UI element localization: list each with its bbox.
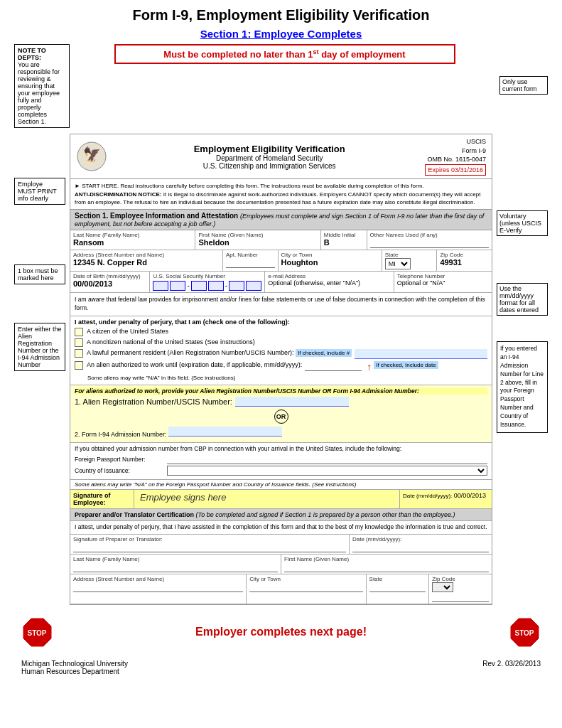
middle-initial-value: B [324, 238, 364, 247]
state-select[interactable]: MI [385, 258, 411, 269]
preparer-date-input[interactable] [352, 542, 489, 552]
svg-text:STOP: STOP [27, 629, 46, 637]
checkbox-alien-auth-row: An alien authorized to work until (expir… [75, 361, 487, 373]
form-header: 🦅 Employment Eligibility Verification De… [70, 134, 492, 179]
one-box-annotation: 1 box must be marked here [14, 264, 65, 284]
alien-number-annotation: Enter either the Alien Registration Numb… [14, 323, 65, 371]
ssn-box-3[interactable] [191, 281, 207, 291]
i94-input[interactable] [168, 427, 282, 437]
federal-law-text: I am aware that federal law provides for… [70, 293, 492, 316]
preparer-state-select[interactable] [432, 582, 453, 592]
uscis-label: USCIS [425, 137, 486, 146]
employee-print-text: Employe MUST PRINT info clearly [18, 181, 57, 202]
footer-university: Michigan Technological University [21, 660, 128, 668]
preparer-name-row: Last Name (Family Name) First Name (Give… [70, 555, 492, 574]
preparer-address-label: Address (Street Number and Name) [73, 576, 243, 582]
section1-title: Section 1. Employee Information and Atte… [75, 212, 238, 220]
preparer-state-input[interactable] [369, 582, 426, 592]
address-label: Address (Street Number and Name) [73, 252, 220, 258]
preparer-sig-cell: Signature of Preparer or Translator: [70, 535, 350, 554]
other-names-cell: Other Names Used (if any) [367, 230, 492, 250]
note-to-depts-text: You are responsible for reviewing & ensu… [18, 61, 60, 125]
anti-disc-label: ANTI-DISCRIMINATION NOTICE: [75, 191, 162, 198]
preparer-sig-input[interactable] [73, 542, 346, 552]
preparer-address-input[interactable] [73, 582, 243, 592]
middle-initial-label: Middle Initial [324, 232, 364, 238]
na-note-text: Some aliens may write "N/A" in this fiel… [87, 375, 190, 381]
preparer-city-label: City or Town [249, 576, 362, 582]
perm-resident-label: A lawful permanent resident (Alien Regis… [87, 349, 294, 356]
page-title: Form I-9, Employment Eligibility Verific… [14, 7, 548, 23]
email-label: e-mail Address [268, 273, 390, 279]
attest-section: I attest, under penalty of perjury, that… [70, 316, 492, 385]
passport-input[interactable] [167, 455, 487, 464]
checkbox-citizen-row: A citizen of the United States [75, 328, 487, 336]
preparer-city-input[interactable] [249, 582, 362, 592]
preparer-zip-cell: Zip Code [429, 574, 492, 604]
ssn-box-4[interactable] [208, 281, 224, 291]
ssn-box-1[interactable] [153, 281, 168, 291]
preparer-zip-input[interactable] [432, 592, 489, 602]
must-complete-end: day of employment [319, 49, 406, 60]
checkbox-citizen[interactable] [75, 328, 83, 336]
phone-optional-text: Optional or "N/A" [397, 279, 445, 287]
preparer-city-cell: City or Town [247, 574, 366, 604]
ssn-box-6[interactable] [246, 281, 261, 291]
city-value: Houghton [281, 258, 379, 267]
preparer-sig-row: Signature of Preparer or Translator: Dat… [70, 535, 492, 555]
preparer-first-input[interactable] [284, 562, 489, 572]
footer-dept: Human Resources Department [21, 668, 128, 675]
zip-cell: Zip Code 49931 [437, 250, 492, 271]
uscis-number-input[interactable] [355, 349, 487, 359]
form-number: Form I-9 [425, 146, 486, 156]
zip-label: Zip Code [440, 252, 489, 258]
preparer-first-label: First Name (Given Name) [284, 556, 489, 562]
or-divider: OR [75, 410, 487, 424]
address-value: 12345 N. Copper Rd [73, 258, 220, 267]
na-note: Some aliens may write "N/A" on the Forei… [70, 480, 492, 490]
state-label: State [385, 252, 434, 258]
state-cell: State MI [382, 250, 438, 271]
preparer-first-name-cell: First Name (Given Name) [281, 555, 492, 574]
ssn-box-5[interactable] [229, 281, 244, 291]
preparer-bar: Preparer and/or Translator Certification… [70, 509, 492, 521]
checkbox-alien-auth[interactable] [75, 361, 83, 370]
checkbox-perm-resident[interactable] [75, 349, 83, 358]
mm-dd-yyyy-text: Use the mm/dd/yyyy format for all dates … [499, 285, 539, 314]
stop-sign-left: STOP [21, 616, 53, 648]
city-cell: City or Town Houghton [279, 250, 382, 271]
address-row: Address (Street Number and Name) 12345 N… [70, 250, 492, 272]
country-select[interactable] [167, 466, 487, 476]
noncitizen-label: A noncitizen national of the United Stat… [87, 338, 255, 346]
checkbox-noncitizen[interactable] [75, 338, 83, 347]
alien-reg-input[interactable] [235, 397, 349, 407]
form-header-main-title: Employment Eligibility Verification [114, 144, 425, 154]
authorized-label: An alien authorized to work until (expir… [87, 361, 302, 368]
svg-text:🦅: 🦅 [83, 146, 101, 163]
passport-row: Foreign Passport Number: [75, 455, 487, 464]
or-circle: OR [274, 410, 288, 424]
apt-cell: Apt. Number [223, 250, 279, 271]
zip-value: 49931 [440, 258, 489, 267]
only-use-current-annotation: Only use current form [499, 76, 548, 95]
preparer-last-name-cell: Last Name (Family Name) [70, 555, 281, 574]
passport-label: Foreign Passport Number: [75, 456, 167, 463]
eagle-logo: 🦅 [76, 141, 108, 173]
other-names-input[interactable] [370, 238, 489, 248]
dob-label: Date of Birth (mm/dd/yyyy) [73, 273, 146, 279]
only-use-text: Only use current form [502, 78, 537, 92]
mm-dd-yyyy-annotation: Use the mm/dd/yyyy format for all dates … [497, 283, 548, 316]
see-instructions: (See instructions) [191, 375, 235, 381]
dob-cell: Date of Birth (mm/dd/yyyy) 00/00/2013 [70, 272, 150, 292]
admission-subsection: If you obtained your admission number fr… [70, 443, 492, 480]
address-cell: Address (Street Number and Name) 12345 N… [70, 250, 223, 271]
apt-input[interactable] [226, 258, 275, 268]
section1-title-bar: Section 1. Employee Information and Atte… [70, 210, 492, 230]
i94-callout-box: If you entered an I-94 Admission Number … [497, 341, 548, 433]
preparer-last-input[interactable] [73, 562, 278, 572]
ssn-box-2[interactable] [170, 281, 185, 291]
i94-callout-text: If you entered an I-94 Admission Number … [500, 345, 544, 428]
sig-label: Signature of Employee: [70, 490, 134, 508]
i9-form: 🦅 Employment Eligibility Verification De… [70, 134, 492, 605]
auth-date-input[interactable] [305, 361, 362, 371]
